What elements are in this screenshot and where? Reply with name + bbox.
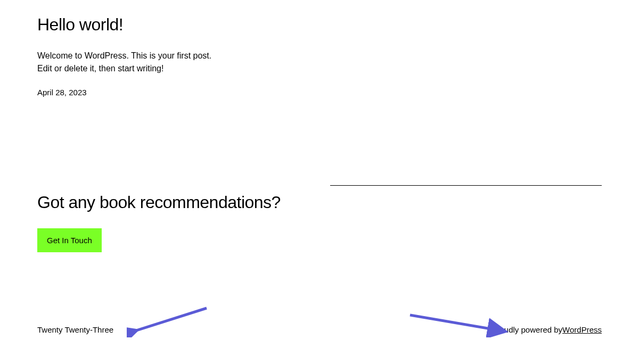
post-excerpt: Welcome to WordPress. This is your first… [37, 49, 602, 75]
wordpress-link[interactable]: WordPress [562, 325, 602, 334]
post-date: April 28, 2023 [37, 88, 602, 97]
post-excerpt-line1: Welcome to WordPress. This is your first… [37, 49, 602, 62]
get-in-touch-button[interactable]: Get In Touch [37, 228, 102, 252]
cta-section: Got any book recommendations? Get In Tou… [37, 193, 602, 252]
footer-credit: Proudly powered by WordPress [492, 325, 602, 334]
footer-theme-name[interactable]: Twenty Twenty-Three [37, 325, 113, 334]
post-title[interactable]: Hello world! [37, 15, 602, 35]
cta-heading: Got any book recommendations? [37, 193, 309, 212]
post-excerpt-line2: Edit or delete it, then start writing! [37, 62, 602, 75]
footer: Twenty Twenty-Three Proudly powered by W… [37, 325, 602, 334]
divider-line [330, 185, 602, 186]
powered-by-text: Proudly powered by [492, 325, 563, 334]
page-container: Hello world! Welcome to WordPress. This … [0, 0, 639, 364]
cta-left: Got any book recommendations? Get In Tou… [37, 193, 309, 252]
